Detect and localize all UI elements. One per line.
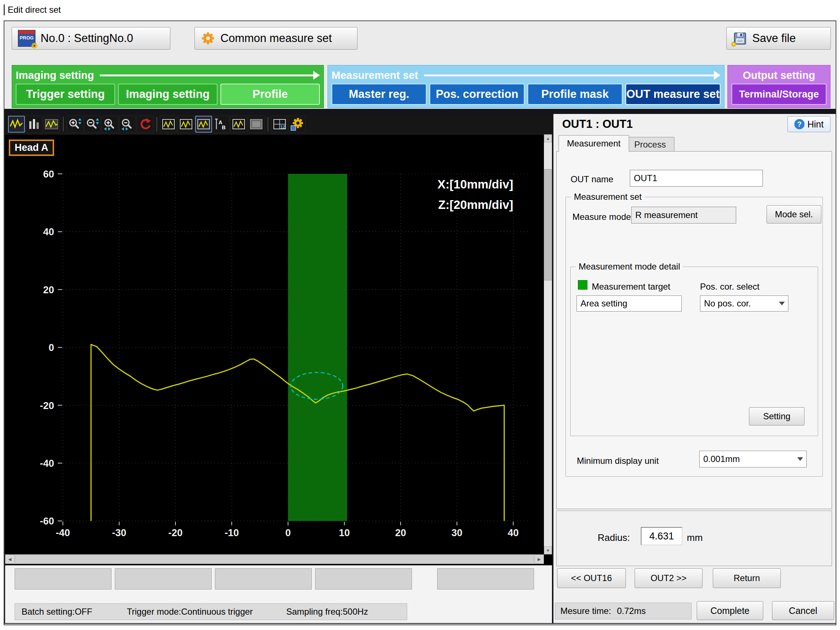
flow-arrow-head-icon [714, 71, 720, 80]
x-div-annotation: X:[10mm/div] [382, 178, 513, 191]
scroll-up-button[interactable]: ▲ [544, 134, 552, 142]
toolbar-separator [268, 117, 268, 131]
master-reg-tab[interactable]: Master reg. [332, 83, 426, 105]
radius-unit: mm [687, 532, 703, 543]
area-setting-field[interactable]: Area setting [576, 296, 682, 312]
cancel-button[interactable]: Cancel [772, 601, 834, 620]
tab-measurement[interactable]: Measurement [559, 135, 629, 151]
function-key-button-1[interactable] [15, 568, 112, 589]
output-setting-title: Output setting [731, 68, 826, 83]
fit-vertical-icon[interactable] [178, 116, 194, 132]
minimum-display-unit-label: Minimum display unit [577, 456, 659, 466]
pos-cor-select-combo[interactable]: No pos. cor. [700, 296, 788, 312]
measurement-set-group-label: Measurement set [571, 192, 644, 202]
display-settings-icon[interactable] [289, 116, 306, 132]
head-a-badge: Head A [9, 140, 54, 156]
svg-text:30: 30 [452, 528, 463, 538]
out-name-input[interactable] [630, 170, 763, 187]
vertical-scroll-thumb[interactable] [544, 169, 552, 280]
tab-process[interactable]: Process [626, 137, 674, 151]
scroll-left-button[interactable]: ◀ [5, 554, 15, 564]
svg-text:-20: -20 [168, 528, 182, 538]
measurement-target-label: Measurement target [592, 282, 670, 292]
pos-correction-tab[interactable]: Pos. correction [429, 83, 524, 105]
zoom-out-vertical-icon[interactable] [84, 116, 101, 132]
head-ab-select-icon[interactable]: AB [213, 116, 229, 132]
scroll-up-icon: ▲ [546, 137, 550, 140]
profile-intensity-view-icon[interactable] [43, 116, 60, 132]
return-button[interactable]: Return [713, 568, 781, 588]
intensity-view-icon[interactable] [25, 116, 43, 132]
measure-mode-label: Measure mode [572, 212, 631, 222]
svg-text:B: B [222, 124, 226, 131]
zoom-out-horizontal-icon[interactable] [119, 116, 136, 132]
profile-view-icon[interactable] [8, 116, 25, 132]
zoom-in-horizontal-icon[interactable] [102, 116, 118, 132]
svg-text:40: 40 [43, 227, 54, 238]
measurement-set-group: Measurement set Measure mode R measureme… [565, 197, 823, 477]
chart-area: 6040200-20-40-60-40-30-20-10010203040 He… [5, 134, 552, 554]
flow-arrow-head-icon [313, 71, 320, 80]
profile-tab[interactable]: Profile [220, 83, 320, 105]
gear-icon [31, 42, 38, 49]
prev-out-button[interactable]: << OUT16 [557, 568, 626, 588]
scroll-right-button[interactable]: ▶ [534, 554, 544, 564]
auto-scale-icon[interactable] [160, 116, 177, 132]
app-window: PROG No.0 : SettingNo.0 Common measure s… [4, 20, 836, 625]
chevron-down-icon [797, 457, 803, 461]
zoom-reset-icon[interactable] [137, 116, 153, 132]
zoom-in-vertical-icon[interactable] [66, 116, 83, 132]
gear-icon [201, 31, 215, 46]
measurement-set-title: Measurement set [332, 68, 720, 83]
horizontal-scroll-thumb[interactable] [15, 555, 534, 564]
profile-overlay-icon[interactable] [230, 116, 247, 132]
flow-arrow [424, 74, 714, 76]
function-key-button-4[interactable] [315, 568, 412, 589]
save-file-button[interactable]: Save file [726, 27, 831, 50]
minimum-display-unit-combo[interactable]: 0.001mm [699, 451, 807, 468]
trigger-setting-tab[interactable]: Trigger setting [16, 83, 115, 105]
result-panel: Radius: 4.631 mm [556, 510, 832, 566]
z-div-annotation: Z:[20mm/div] [382, 198, 513, 212]
position-adjust-icon[interactable]: 12 [271, 116, 288, 132]
function-key-area: Batch setting:OFF Trigger mode:Continuou… [5, 565, 552, 623]
function-key-button-3[interactable] [215, 568, 312, 589]
content-area: AB12 6040200-20-40-60-40-30-20-100102030… [5, 109, 835, 624]
svg-text:-30: -30 [112, 528, 126, 538]
hint-button[interactable]: ? Hint [787, 116, 831, 132]
program-select-button[interactable]: PROG No.0 : SettingNo.0 [12, 27, 171, 50]
next-out-button[interactable]: OUT2 >> [635, 568, 703, 588]
out-measure-set-tab[interactable]: OUT measure set [625, 83, 720, 105]
svg-text:-20: -20 [40, 400, 54, 411]
imaging-setting-section: Imaging setting Trigger setting Imaging … [12, 65, 324, 108]
save-file-label: Save file [752, 32, 796, 45]
scroll-down-button[interactable]: ▼ [544, 547, 552, 554]
svg-text:60: 60 [43, 169, 54, 180]
common-measure-button[interactable]: Common measure set [194, 27, 357, 50]
measure-mode-field: R measurement [631, 207, 736, 224]
imaging-setting-title: Imaging setting [16, 68, 320, 83]
imaging-setting-tab[interactable]: Imaging setting [118, 83, 218, 105]
complete-button[interactable]: Complete [697, 601, 763, 620]
vertical-scrollbar[interactable]: ▲ ▼ [544, 134, 552, 554]
svg-text:0: 0 [285, 528, 291, 538]
function-key-button-2[interactable] [115, 568, 212, 589]
toolbar-separator [156, 117, 157, 131]
scroll-left-icon: ◀ [8, 557, 11, 561]
horizontal-scrollbar[interactable]: ◀ ▶ [5, 554, 544, 564]
mode-sel-button[interactable]: Mode sel. [767, 205, 821, 224]
chart-panel: AB12 6040200-20-40-60-40-30-20-100102030… [5, 114, 552, 565]
chart-toolbar: AB12 [5, 114, 552, 134]
setting-button[interactable]: Setting [749, 407, 805, 425]
function-key-button-5[interactable] [437, 568, 534, 589]
status-bar: Batch setting:OFF Trigger mode:Continuou… [15, 603, 407, 620]
image-view-icon[interactable] [248, 116, 265, 132]
fit-full-icon[interactable] [195, 116, 212, 132]
profile-mask-tab[interactable]: Profile mask [527, 83, 622, 105]
measurement-tab-page: OUT name Measurement set Measure mode R … [556, 151, 832, 509]
svg-text:40: 40 [508, 528, 519, 538]
radius-value: 4.631 [641, 527, 682, 545]
radius-label: Radius: [598, 532, 630, 543]
out-name-label: OUT name [571, 174, 613, 184]
terminal-storage-tab[interactable]: Terminal/Storage [731, 83, 826, 105]
